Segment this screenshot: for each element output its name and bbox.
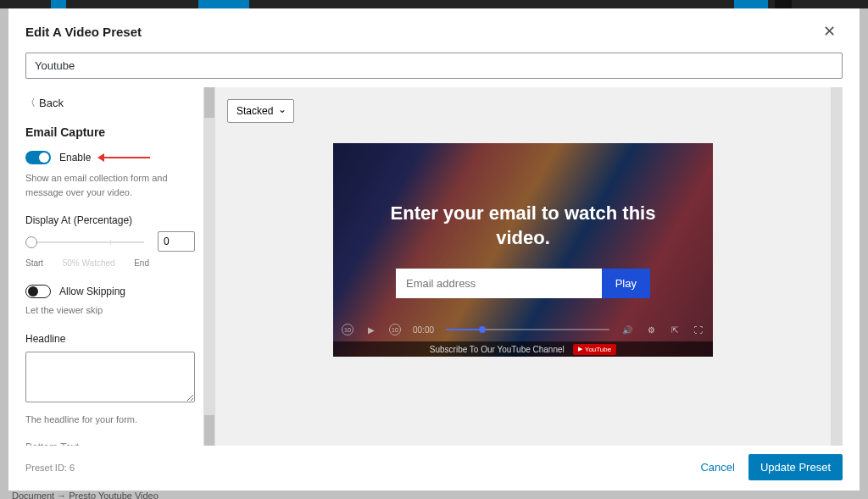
preview-pane: Stacked Enter your email to watch this v… — [203, 87, 843, 446]
settings-sidebar: 〈 Back Email Capture Enable Show an emai… — [25, 87, 203, 446]
modal-header: Edit A Video Preset ✕ — [8, 8, 860, 53]
overlay-headline: Enter your email to watch this video. — [387, 202, 659, 250]
slider-thumb[interactable] — [25, 236, 37, 248]
preset-name-input[interactable] — [25, 53, 843, 79]
slider-mark-end: End — [134, 258, 149, 268]
rewind-icon[interactable]: 10 — [342, 324, 353, 335]
allow-skipping-row: Allow Skipping — [25, 285, 195, 298]
display-at-label: Display At (Percentage) — [25, 214, 195, 226]
background-app-bar — [0, 0, 868, 8]
enable-toggle[interactable] — [25, 151, 51, 164]
annotation-arrow-icon — [104, 157, 150, 158]
email-field[interactable] — [396, 269, 602, 298]
play-button[interactable]: Play — [602, 269, 650, 298]
youtube-badge-label: YouTube — [585, 346, 611, 353]
layout-select[interactable]: Stacked — [227, 99, 294, 123]
youtube-badge[interactable]: YouTube — [573, 344, 616, 355]
headline-help: The headline for your form. — [25, 413, 186, 427]
enable-help: Show an email collection form and messag… — [25, 171, 186, 199]
cancel-button[interactable]: Cancel — [700, 461, 734, 474]
breadcrumb: Document → Presto Youtube Video — [12, 491, 159, 499]
play-icon[interactable]: ▶ — [365, 324, 377, 335]
headline-label: Headline — [25, 333, 195, 345]
subscribe-bar: Subscribe To Our YouTube Channel YouTube — [333, 341, 713, 357]
back-label: Back — [39, 97, 64, 109]
section-title: Email Capture — [25, 125, 195, 139]
allow-skipping-toggle[interactable] — [25, 285, 51, 298]
layout-select-value: Stacked — [236, 105, 273, 117]
forward-icon[interactable]: 10 — [389, 324, 401, 335]
allow-skipping-help: Let the viewer skip — [25, 303, 186, 318]
preset-id-label: Preset ID: 6 — [25, 463, 75, 473]
subscribe-text: Subscribe To Our YouTube Channel — [430, 345, 565, 354]
slider-mark-start: Start — [25, 258, 43, 268]
volume-icon[interactable]: 🔊 — [621, 324, 633, 335]
enable-row: Enable — [25, 151, 195, 164]
modal-title: Edit A Video Preset — [25, 25, 142, 39]
settings-icon[interactable]: ⚙ — [645, 324, 657, 335]
modal-footer: Preset ID: 6 Cancel Update Preset — [8, 446, 860, 491]
slider-marks: Start 50% Watched End — [25, 258, 195, 268]
edit-preset-modal: Edit A Video Preset ✕ 〈 Back Email Captu… — [8, 8, 860, 491]
display-at-slider[interactable] — [25, 233, 195, 253]
progress-bar[interactable] — [446, 329, 609, 330]
close-icon[interactable]: ✕ — [816, 19, 843, 44]
modal-body: 〈 Back Email Capture Enable Show an emai… — [8, 87, 860, 446]
pip-icon[interactable]: ⇱ — [669, 324, 681, 335]
time-display: 00:00 — [413, 325, 434, 335]
video-controls: 10 ▶ 10 00:00 🔊 ⚙ ⇱ ⛶ — [333, 318, 713, 341]
chevron-left-icon: 〈 — [25, 96, 36, 110]
slider-mark-mid: 50% Watched — [63, 258, 115, 268]
preset-name-row — [8, 53, 860, 87]
enable-label: Enable — [59, 152, 91, 164]
headline-textarea[interactable] — [25, 352, 195, 402]
video-preview: Enter your email to watch this video. Pl… — [333, 143, 713, 357]
fullscreen-icon[interactable]: ⛶ — [693, 324, 704, 335]
back-button[interactable]: 〈 Back — [25, 96, 195, 110]
email-form: Play — [396, 269, 650, 298]
allow-skipping-label: Allow Skipping — [59, 286, 125, 297]
update-preset-button[interactable]: Update Preset — [748, 454, 843, 480]
display-at-input[interactable] — [158, 231, 195, 252]
